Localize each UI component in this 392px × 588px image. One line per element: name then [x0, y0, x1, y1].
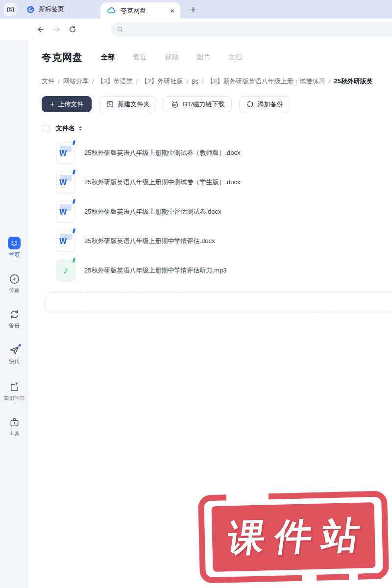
add-backup-button[interactable]: 添加备份 [239, 96, 290, 112]
filter-tab-recent[interactable]: 最近 [133, 53, 147, 62]
backup-sync-icon [9, 309, 20, 320]
action-buttons: + 上传文件 新建文件夹 BT BT/磁力链下载 [42, 96, 392, 112]
breadcrumb: 文件 / 网站分享 / 【3】英语类 / 【2】外研社版 / 8s / 【8】新… [42, 77, 392, 86]
file-row[interactable]: W 25秋外研版英语八年级上册期中测试卷（教师版）.docx [42, 138, 392, 168]
audio-file-icon: ♪ [56, 260, 75, 281]
name-column-header[interactable]: 文件名 [56, 124, 75, 133]
breadcrumb-item[interactable]: 8s [192, 78, 198, 85]
browser-tab-bar: 新标签页 夸克网盘 × + [0, 0, 392, 19]
new-folder-icon [106, 100, 114, 108]
filter-tab-document[interactable]: 文档 [228, 53, 242, 62]
select-all-checkbox[interactable] [43, 125, 50, 132]
page-fold [72, 258, 75, 263]
sidebar-item-label: 知识问答 [3, 394, 25, 402]
refresh-button[interactable] [68, 25, 77, 34]
stamp-background: 课件站 [211, 502, 375, 572]
sidebar-item-label: 快传 [9, 358, 20, 365]
upload-file-button[interactable]: + 上传文件 [42, 96, 92, 112]
file-row[interactable]: W 25秋外研版英语八年级上册期中测试卷（学生版）.docx [42, 168, 392, 197]
sidebar-item-knowledge-qa[interactable]: 知识问答 [0, 381, 28, 402]
upload-file-label: 上传文件 [58, 100, 83, 109]
plus-icon: + [50, 100, 54, 109]
tab-label: 新标签页 [39, 5, 64, 14]
page-fold [72, 170, 75, 175]
word-glyph: W [59, 149, 67, 158]
notification-dot [18, 343, 22, 347]
tab-new-tab-page[interactable]: 新标签页 [22, 0, 69, 19]
file-row[interactable]: W 25秋外研版英语八年级上册期中学情评估.docx [42, 226, 392, 256]
sort-toggle[interactable] [79, 126, 82, 131]
stamp-border-gap [349, 573, 358, 581]
word-file-icon: W [56, 201, 75, 222]
address-bar[interactable] [111, 22, 392, 37]
sidebar-item-tools[interactable]: 工具 [0, 416, 28, 437]
word-file-icon: W [56, 230, 75, 252]
add-backup-icon [246, 100, 254, 108]
file-name: 25秋外研版英语八年级上册期中评估测试卷.docx [84, 207, 221, 216]
window-search-icon [6, 5, 15, 14]
sidebar-item-home[interactable]: 首页 [0, 237, 28, 259]
bt-download-label: BT/磁力链下载 [183, 100, 224, 109]
breadcrumb-item[interactable]: 【8】新外研版英语八年级上册：试卷练习 [207, 77, 325, 86]
file-name: 25秋外研版英语八年级上册期中测试卷（学生版）.docx [84, 178, 241, 187]
sidebar-item-label: 备份 [9, 322, 20, 329]
new-folder-label: 新建文件夹 [118, 100, 149, 109]
quark-drive-cloud-icon [107, 6, 116, 15]
filter-tab-image[interactable]: 图片 [196, 53, 210, 62]
sort-asc-icon [79, 126, 82, 128]
sidebar-item-transfer[interactable]: 传输 [0, 273, 28, 294]
window-search-button[interactable] [4, 3, 17, 16]
word-glyph: W [59, 237, 67, 246]
word-glyph: W [59, 208, 67, 217]
sidebar-item-label: 传输 [9, 287, 20, 294]
breadcrumb-separator: / [58, 78, 60, 85]
forward-button[interactable] [52, 25, 61, 34]
sidebar-item-label: 首页 [9, 251, 20, 259]
word-file-icon: W [56, 142, 75, 164]
bt-magnet-download-button[interactable]: BT BT/磁力链下载 [164, 96, 231, 112]
breadcrumb-item[interactable]: 文件 [42, 77, 54, 86]
file-name: 25秋外研版英语八年级上册期中学情评估.docx [84, 237, 215, 245]
page-title: 夸克网盘 [42, 51, 83, 64]
word-glyph: W [59, 178, 67, 187]
breadcrumb-separator: / [329, 78, 331, 85]
filter-tabs: 全部 最近 视频 图片 文档 [101, 53, 242, 62]
watermark-text: 课件站 [215, 510, 372, 564]
file-name: 25秋外研版英语八年级上册期中测试卷（教师版）.docx [84, 148, 241, 157]
breadcrumb-item[interactable]: 【3】英语类 [97, 77, 132, 86]
toolbox-icon [9, 416, 20, 428]
stamp-ink-mark [362, 573, 369, 578]
page-fold [72, 228, 75, 234]
filter-tab-video[interactable]: 视频 [165, 53, 178, 62]
page-fold [72, 140, 75, 146]
breadcrumb-separator: / [92, 78, 94, 85]
refresh-icon [68, 25, 77, 34]
tab-quark-drive[interactable]: 夸克网盘 × [100, 2, 180, 19]
sidebar-item-label: 工具 [9, 430, 20, 437]
watermark-stamp: 课件站 [198, 490, 389, 583]
sidebar-item-quick-send[interactable]: 快传 [0, 344, 28, 365]
sidebar-item-backup[interactable]: 备份 [0, 309, 28, 329]
breadcrumb-item[interactable]: 网站分享 [63, 77, 89, 86]
home-icon [8, 237, 21, 249]
stamp-border-gap [226, 492, 269, 501]
back-button[interactable] [36, 25, 45, 34]
file-row[interactable]: ♪ 25秋外研版英语八年级上册期中学情评估听力.mp3 [42, 256, 392, 285]
sidebar: 首页 传输 备份 [0, 40, 28, 588]
page-fold [72, 199, 75, 204]
word-file-icon: W [56, 172, 75, 193]
browser-toolbar [0, 19, 392, 40]
search-icon [116, 25, 124, 33]
upload-dropzone[interactable] [46, 293, 392, 313]
new-folder-button[interactable]: 新建文件夹 [99, 96, 156, 112]
file-row[interactable]: W 25秋外研版英语八年级上册期中评估测试卷.docx [42, 197, 392, 226]
breadcrumb-item[interactable]: 【2】外研社版 [141, 77, 183, 86]
filter-tab-all[interactable]: 全部 [101, 53, 115, 62]
stamp-ink-mark [378, 575, 382, 579]
tab-close-icon[interactable]: × [170, 7, 174, 14]
breadcrumb-separator: / [202, 78, 204, 85]
add-backup-label: 添加备份 [258, 100, 283, 109]
breadcrumb-separator: / [136, 78, 138, 85]
new-tab-button[interactable]: + [187, 2, 199, 16]
breadcrumb-separator: / [186, 78, 188, 85]
